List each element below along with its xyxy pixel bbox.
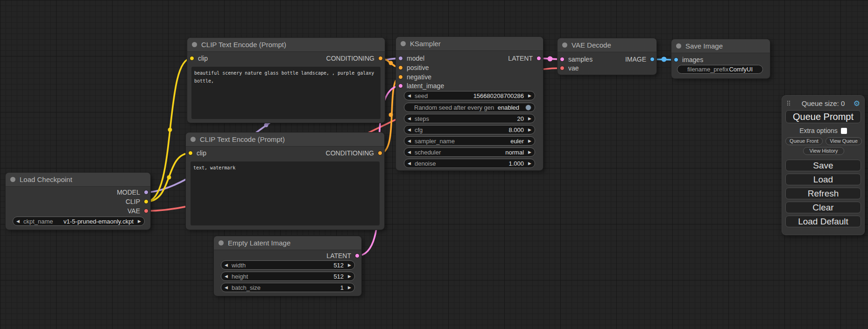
output-slot-latent[interactable]: LATENT [508, 54, 541, 63]
node-clip-text-encode-negative[interactable]: CLIP Text Encode (Prompt) clip CONDITION… [186, 133, 384, 230]
increment-arrow-icon[interactable]: ▶ [348, 286, 351, 290]
extra-options-checkbox[interactable] [841, 128, 847, 134]
prompt-textarea[interactable]: beautiful scenery nature glass bottle la… [191, 67, 381, 119]
input-port-model[interactable] [398, 56, 403, 61]
input-port-negative[interactable] [398, 75, 403, 79]
input-slot-negative[interactable]: negative [398, 72, 431, 82]
decrement-arrow-icon[interactable]: ◀ [408, 139, 411, 143]
prompt-textarea[interactable]: text, watermark [191, 161, 380, 225]
output-slot-conditioning[interactable]: CONDITIONING [326, 148, 382, 158]
increment-arrow-icon[interactable]: ▶ [528, 117, 531, 121]
output-port-latent[interactable] [536, 56, 541, 61]
view-queue-button[interactable]: View Queue [826, 137, 862, 145]
decrement-arrow-icon[interactable]: ◀ [408, 128, 411, 132]
increment-arrow-icon[interactable]: ▶ [138, 219, 141, 224]
output-slot-image[interactable]: IMAGE [625, 55, 655, 64]
node-ksampler[interactable]: KSampler model positive negative latent_… [396, 37, 543, 170]
output-port-conditioning[interactable] [378, 56, 383, 61]
increment-arrow-icon[interactable]: ▶ [528, 94, 531, 98]
widget-cfg[interactable]: ◀ cfg 8.000 ▶ [404, 125, 535, 134]
node-title-bar[interactable]: KSampler [396, 37, 543, 51]
increment-arrow-icon[interactable]: ▶ [528, 150, 531, 154]
widget-batch-size[interactable]: ◀ batch_size 1 ▶ [221, 283, 355, 292]
input-port-positive[interactable] [398, 65, 403, 70]
increment-arrow-icon[interactable]: ▶ [528, 128, 531, 132]
collapse-dot-icon[interactable] [192, 42, 197, 47]
collapse-dot-icon[interactable] [191, 137, 196, 142]
input-slot-positive[interactable]: positive [398, 63, 429, 72]
node-title-bar[interactable]: CLIP Text Encode (Prompt) [187, 38, 385, 52]
input-slot-vae[interactable]: vae [560, 63, 579, 73]
output-port-image[interactable] [650, 57, 655, 62]
output-port-model[interactable] [144, 190, 148, 195]
widget-scheduler[interactable]: ◀ scheduler normal ▶ [404, 147, 535, 157]
collapse-dot-icon[interactable] [676, 43, 681, 49]
load-default-button[interactable]: Load Default [785, 216, 861, 227]
decrement-arrow-icon[interactable]: ◀ [408, 161, 411, 166]
increment-arrow-icon[interactable]: ▶ [528, 161, 531, 166]
node-save-image[interactable]: Save Image images filename_prefix ComfyU… [671, 39, 770, 78]
input-port-samples[interactable] [560, 57, 565, 62]
input-port-latent-image[interactable] [398, 84, 403, 88]
decrement-arrow-icon[interactable]: ◀ [225, 274, 228, 279]
increment-arrow-icon[interactable]: ▶ [348, 263, 351, 267]
input-port-vae[interactable] [560, 66, 565, 70]
output-slot-model[interactable]: MODEL [117, 188, 148, 197]
node-vae-decode[interactable]: VAE Decode samples vae IMAGE [557, 38, 656, 75]
collapse-dot-icon[interactable] [401, 41, 406, 46]
node-title-bar[interactable]: Load Checkpoint [6, 173, 150, 187]
output-slot-clip[interactable]: CLIP [126, 197, 148, 206]
widget-filename-prefix[interactable]: filename_prefix ComfyUI [677, 65, 763, 74]
toggle-on-icon[interactable] [525, 105, 531, 111]
save-button[interactable]: Save [785, 160, 861, 171]
decrement-arrow-icon[interactable]: ◀ [408, 94, 411, 98]
input-slot-model[interactable]: model [398, 54, 424, 63]
output-port-clip[interactable] [144, 199, 148, 204]
queue-front-button[interactable]: Queue Front [785, 137, 823, 145]
node-clip-text-encode-positive[interactable]: CLIP Text Encode (Prompt) clip CONDITION… [187, 38, 385, 123]
decrement-arrow-icon[interactable]: ◀ [225, 286, 228, 290]
input-slot-samples[interactable]: samples [560, 55, 593, 64]
output-port-conditioning[interactable] [378, 151, 382, 155]
output-slot-vae[interactable]: VAE [127, 206, 148, 216]
collapse-dot-icon[interactable] [10, 177, 15, 182]
node-title-bar[interactable]: VAE Decode [557, 38, 656, 52]
input-slot-clip[interactable]: clip [190, 54, 208, 63]
gear-icon[interactable]: ⚙ [854, 99, 860, 108]
widget-random-seed-toggle[interactable]: Random seed after every gen enabled [404, 103, 535, 112]
input-port-clip[interactable] [188, 151, 193, 155]
widget-steps[interactable]: ◀ steps 20 ▶ [404, 114, 535, 123]
widget-denoise[interactable]: ◀ denoise 1.000 ▶ [404, 159, 535, 168]
load-button[interactable]: Load [785, 174, 861, 185]
queue-prompt-button[interactable]: Queue Prompt [785, 110, 861, 123]
widget-seed[interactable]: ◀ seed 156680208700286 ▶ [404, 91, 535, 100]
decrement-arrow-icon[interactable]: ◀ [408, 117, 411, 121]
increment-arrow-icon[interactable]: ▶ [528, 139, 531, 143]
node-title-bar[interactable]: CLIP Text Encode (Prompt) [186, 133, 384, 147]
widget-ckpt-name[interactable]: ◀ ckpt_name v1-5-pruned-emaonly.ckpt ▶ [13, 217, 145, 226]
decrement-arrow-icon[interactable]: ◀ [16, 219, 20, 224]
node-load-checkpoint[interactable]: Load Checkpoint MODEL CLIP VAE ◀ ckpt_na… [6, 173, 150, 230]
input-slot-images[interactable]: images [674, 55, 703, 64]
collapse-dot-icon[interactable] [219, 240, 224, 245]
refresh-button[interactable]: Refresh [785, 188, 861, 199]
widget-sampler-name[interactable]: ◀ sampler_name euler ▶ [404, 136, 535, 146]
increment-arrow-icon[interactable]: ▶ [348, 274, 351, 279]
collapse-dot-icon[interactable] [562, 42, 567, 48]
node-empty-latent-image[interactable]: Empty Latent Image LATENT ◀ width 512 ▶ … [214, 236, 361, 296]
output-port-latent[interactable] [355, 253, 360, 258]
widget-width[interactable]: ◀ width 512 ▶ [221, 260, 355, 270]
output-slot-conditioning[interactable]: CONDITIONING [326, 54, 383, 63]
input-port-images[interactable] [674, 57, 678, 62]
decrement-arrow-icon[interactable]: ◀ [408, 150, 411, 154]
widget-height[interactable]: ◀ height 512 ▶ [221, 272, 355, 281]
input-slot-latent-image[interactable]: latent_image [398, 81, 444, 91]
clear-button[interactable]: Clear [785, 202, 861, 213]
output-port-vae[interactable] [144, 209, 148, 213]
node-title-bar[interactable]: Empty Latent Image [214, 236, 361, 250]
input-port-clip[interactable] [190, 56, 194, 61]
output-slot-latent[interactable]: LATENT [326, 251, 360, 260]
node-title-bar[interactable]: Save Image [671, 39, 770, 53]
decrement-arrow-icon[interactable]: ◀ [225, 263, 228, 267]
view-history-button[interactable]: View History [803, 147, 844, 155]
